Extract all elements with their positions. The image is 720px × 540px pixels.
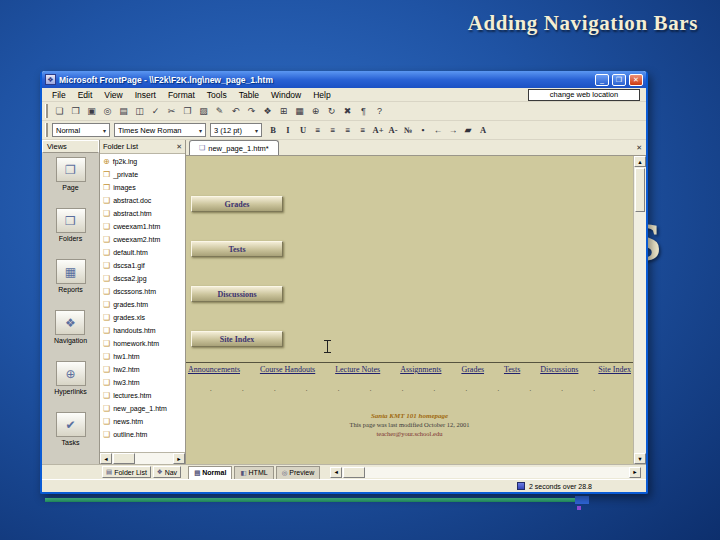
- file-row[interactable]: ❏ handouts.htm: [100, 324, 185, 337]
- scroll-left-icon[interactable]: ◄: [100, 453, 112, 464]
- web-component-icon[interactable]: ❖: [260, 104, 275, 119]
- style-dropdown[interactable]: Normal ▾: [52, 123, 110, 137]
- file-row[interactable]: ❏ cweexam2.htm: [100, 233, 185, 246]
- scroll-left-icon[interactable]: ◄: [330, 467, 342, 478]
- increase-font-button[interactable]: A+: [371, 123, 385, 138]
- insert-picture-icon[interactable]: ▦: [292, 104, 307, 119]
- nav-link[interactable]: Assignments: [400, 365, 441, 374]
- scroll-right-icon[interactable]: ►: [173, 453, 185, 464]
- file-row[interactable]: ❏ grades.htm: [100, 298, 185, 311]
- justify-button[interactable]: ≡: [356, 123, 370, 138]
- scroll-right-icon[interactable]: ►: [629, 467, 641, 478]
- file-row[interactable]: ❏ hw3.htm: [100, 376, 185, 389]
- views-item-navigation[interactable]: ❖ Navigation: [54, 310, 87, 344]
- restore-button[interactable]: ❐: [612, 74, 626, 86]
- scroll-thumb[interactable]: [635, 168, 645, 212]
- views-item-page[interactable]: ❐ Page: [56, 157, 86, 191]
- file-row[interactable]: ❏ cweexam1.htm: [100, 220, 185, 233]
- format-painter-icon[interactable]: ✎: [212, 104, 227, 119]
- folder-list-hscrollbar[interactable]: ◄ ►: [100, 452, 185, 464]
- file-row[interactable]: ❏ dscssons.htm: [100, 285, 185, 298]
- file-row[interactable]: ❏ hw1.htm: [100, 350, 185, 363]
- align-center-button[interactable]: ≡: [326, 123, 340, 138]
- views-item-hyperlinks[interactable]: ⊕ Hyperlinks: [54, 361, 87, 395]
- document-tab[interactable]: ❏ new_page_1.htm*: [189, 140, 279, 155]
- highlight-button[interactable]: ▰: [461, 123, 475, 138]
- scroll-track[interactable]: [112, 453, 173, 464]
- nav-link[interactable]: Lecture Notes: [335, 365, 380, 374]
- file-row[interactable]: ❒ _private: [100, 168, 185, 181]
- views-item-folders[interactable]: ❒ Folders: [56, 208, 86, 242]
- file-row[interactable]: ❏ outline.htm: [100, 428, 185, 441]
- nav-link[interactable]: Announcements: [188, 365, 240, 374]
- scroll-track[interactable]: [342, 467, 629, 478]
- redo-icon[interactable]: ↷: [244, 104, 259, 119]
- bold-button[interactable]: B: [266, 123, 280, 138]
- title-bar[interactable]: ❖ Microsoft FrontPage - \\F2k\F2K.lng\ne…: [42, 71, 646, 88]
- underline-button[interactable]: U: [296, 123, 310, 138]
- tab-html[interactable]: ◧ HTML: [234, 466, 273, 479]
- views-item-tasks[interactable]: ✔ Tasks: [56, 412, 86, 446]
- scroll-up-icon[interactable]: ▲: [634, 156, 646, 167]
- toolbar-grip[interactable]: [45, 123, 48, 137]
- close-page-icon[interactable]: ✕: [636, 144, 642, 152]
- minimize-button[interactable]: _: [595, 74, 609, 86]
- file-row[interactable]: ❏ hw2.htm: [100, 363, 185, 376]
- menu-item[interactable]: Table: [233, 89, 265, 101]
- close-button[interactable]: ✕: [629, 74, 643, 86]
- cut-icon[interactable]: ✂: [164, 104, 179, 119]
- nav-link[interactable]: Course Handouts: [260, 365, 315, 374]
- align-left-button[interactable]: ≡: [311, 123, 325, 138]
- copy-icon[interactable]: ❐: [180, 104, 195, 119]
- undo-icon[interactable]: ↶: [228, 104, 243, 119]
- menu-item[interactable]: Insert: [129, 89, 162, 101]
- editor-hscrollbar[interactable]: ◄ ►: [330, 467, 641, 478]
- menu-item[interactable]: Help: [307, 89, 336, 101]
- page-nav-button[interactable]: Grades: [191, 196, 283, 212]
- help-icon[interactable]: ?: [372, 104, 387, 119]
- file-row[interactable]: ❏ grades.xls: [100, 311, 185, 324]
- page-nav-button[interactable]: Tests: [191, 241, 283, 257]
- close-icon[interactable]: ✕: [176, 143, 182, 151]
- nav-link[interactable]: Discussions: [540, 365, 578, 374]
- nav-link[interactable]: Tests: [504, 365, 520, 374]
- paste-icon[interactable]: ▨: [196, 104, 211, 119]
- open-icon[interactable]: ❒: [68, 104, 83, 119]
- views-item-reports[interactable]: ▦ Reports: [56, 259, 86, 293]
- file-row[interactable]: ❒ images: [100, 181, 185, 194]
- numbering-button[interactable]: №: [401, 123, 415, 138]
- menu-item[interactable]: Edit: [72, 89, 99, 101]
- menu-item[interactable]: Tools: [201, 89, 233, 101]
- page-nav-button[interactable]: Discussions: [191, 286, 283, 302]
- scroll-down-icon[interactable]: ▼: [634, 453, 646, 464]
- font-dropdown[interactable]: Times New Roman ▾: [114, 123, 206, 137]
- preview-in-browser-icon[interactable]: ◫: [132, 104, 147, 119]
- bullets-button[interactable]: •: [416, 123, 430, 138]
- page-content[interactable]: GradesTestsDiscussionsSite Index Announc…: [186, 156, 633, 464]
- tab-normal[interactable]: ▤ Normal: [188, 466, 232, 479]
- insert-table-icon[interactable]: ⊞: [276, 104, 291, 119]
- spelling-icon[interactable]: ✓: [148, 104, 163, 119]
- show-all-icon[interactable]: ¶: [356, 104, 371, 119]
- file-row[interactable]: ❏ news.htm: [100, 415, 185, 428]
- menu-item[interactable]: Format: [162, 89, 201, 101]
- new-page-icon[interactable]: ❏: [52, 104, 67, 119]
- tab-preview[interactable]: ◎ Preview: [276, 466, 321, 479]
- align-right-button[interactable]: ≡: [341, 123, 355, 138]
- decrease-font-button[interactable]: A-: [386, 123, 400, 138]
- nav-toggle[interactable]: ❖ Nav: [153, 466, 181, 478]
- save-icon[interactable]: ▣: [84, 104, 99, 119]
- file-row[interactable]: ❏ lectures.htm: [100, 389, 185, 402]
- menu-item[interactable]: View: [98, 89, 128, 101]
- file-row[interactable]: ❏ dscsa1.gif: [100, 259, 185, 272]
- scroll-thumb[interactable]: [343, 467, 365, 478]
- hyperlink-icon[interactable]: ⊕: [308, 104, 323, 119]
- toolbar-grip[interactable]: [45, 104, 48, 118]
- print-icon[interactable]: ▤: [116, 104, 131, 119]
- file-row[interactable]: ❏ new_page_1.htm: [100, 402, 185, 415]
- scroll-thumb[interactable]: [113, 453, 135, 464]
- stop-icon[interactable]: ✖: [340, 104, 355, 119]
- file-row[interactable]: ❏ default.htm: [100, 246, 185, 259]
- footer-email-line[interactable]: teacher@your.school.edu: [186, 430, 633, 439]
- increase-indent-button[interactable]: →: [446, 123, 460, 138]
